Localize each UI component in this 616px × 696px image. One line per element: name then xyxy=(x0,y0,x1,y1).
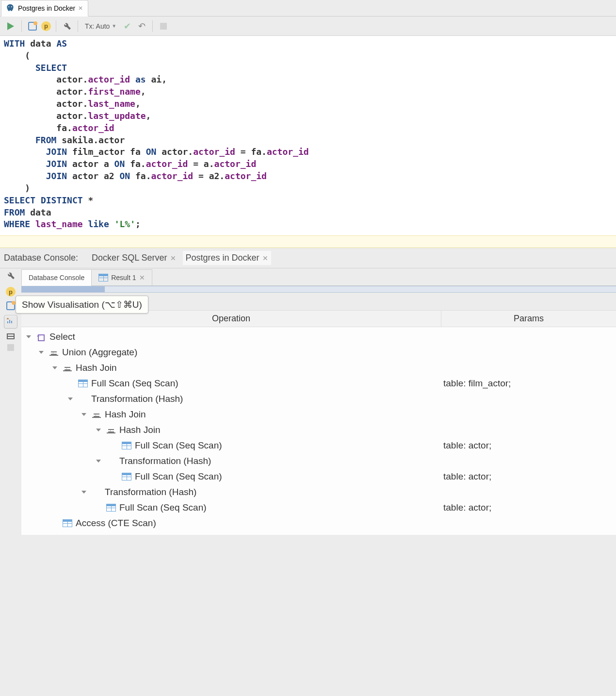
result-tabs: Database ConsoleResult 1✕ xyxy=(21,268,616,286)
close-icon[interactable]: ✕ xyxy=(170,254,176,262)
plan-row[interactable]: Full Scan (Seq Scan)table: actor; xyxy=(23,500,616,515)
table-icon xyxy=(63,519,72,527)
aggregate-op-icon xyxy=(92,411,101,418)
plan-operation-label: Transformation (Hash) xyxy=(91,394,183,404)
plan-operation-label: Transformation (Hash) xyxy=(105,487,196,497)
expand-toggle-icon[interactable] xyxy=(96,429,101,431)
console-header-label: Database Console: xyxy=(4,253,78,263)
plan-row[interactable]: Transformation (Hash) xyxy=(23,453,616,469)
history-button-small[interactable] xyxy=(6,301,15,310)
postgres-icon xyxy=(5,3,15,13)
close-icon[interactable]: ✕ xyxy=(262,254,268,262)
tool-settings-button[interactable] xyxy=(6,271,15,280)
result-tab-label: Result 1 xyxy=(111,274,136,282)
plan-row[interactable]: Hash Join xyxy=(23,407,616,422)
plan-operation-label: Union (Aggregate) xyxy=(62,347,137,358)
editor-tab-label: Postgres in Docker xyxy=(18,4,75,12)
plan-body: SelectUnion (Aggregate)Hash JoinFull Sca… xyxy=(21,327,616,535)
visualize-button[interactable] xyxy=(4,315,17,329)
plan-operation-label: Hash Join xyxy=(76,363,117,373)
console-session-label: Docker SQL Server xyxy=(92,253,167,263)
plan-row[interactable]: Union (Aggregate) xyxy=(23,345,616,360)
execution-plan: Operation Params SelectUnion (Aggregate)… xyxy=(21,310,616,535)
console-session-tab[interactable]: Postgres in Docker✕ xyxy=(183,251,271,265)
stop-button[interactable] xyxy=(158,20,169,32)
plan-operation-label: Select xyxy=(49,331,75,342)
expand-toggle-icon[interactable] xyxy=(81,413,86,416)
plan-row[interactable]: Hash Join xyxy=(23,422,616,438)
plan-header-params[interactable]: Params xyxy=(441,311,616,327)
plan-operation-label: Transformation (Hash) xyxy=(119,456,211,466)
aggregate-op-icon xyxy=(63,365,72,371)
stop-button-small[interactable] xyxy=(7,344,14,351)
plan-operation-label: Access (CTE Scan) xyxy=(76,518,156,529)
plan-row[interactable]: Full Scan (Seq Scan)table: actor; xyxy=(23,438,616,453)
expand-toggle-icon[interactable] xyxy=(52,366,57,369)
tooltip-text: Show Visualisation (⌥⇧⌘U) xyxy=(22,299,142,310)
session-badge[interactable]: p xyxy=(41,21,51,31)
grid-view-button[interactable] xyxy=(7,333,15,339)
select-op-icon xyxy=(37,333,46,340)
plan-row[interactable]: Full Scan (Seq Scan)table: film_actor; xyxy=(23,376,616,391)
expand-toggle-icon[interactable] xyxy=(39,351,44,354)
separator xyxy=(56,20,56,32)
plan-row[interactable]: Hash Join xyxy=(23,360,616,376)
table-icon xyxy=(106,504,116,512)
separator xyxy=(78,20,78,32)
table-icon xyxy=(78,380,88,387)
console-header: Database Console: Docker SQL Server✕Post… xyxy=(0,248,616,268)
aggregate-op-icon xyxy=(107,427,115,433)
progress-bar xyxy=(21,286,616,293)
sql-editor[interactable]: WITH data AS ( SELECT actor.actor_id as … xyxy=(0,36,616,235)
result-tab[interactable]: Database Console xyxy=(21,269,92,286)
plan-row[interactable]: Select xyxy=(23,329,616,345)
plan-operation-label: Full Scan (Seq Scan) xyxy=(91,378,178,389)
result-tab[interactable]: Result 1✕ xyxy=(91,269,152,286)
plan-params-label: table: actor; xyxy=(441,471,616,482)
table-icon xyxy=(122,442,131,449)
settings-button[interactable] xyxy=(61,20,73,32)
plan-row[interactable]: Transformation (Hash) xyxy=(23,484,616,500)
tool-window: p Database ConsoleResult 1✕ Operation Pa… xyxy=(0,268,616,535)
plan-row[interactable]: Full Scan (Seq Scan)table: actor; xyxy=(23,469,616,484)
separator xyxy=(21,20,22,32)
editor-tab-postgres[interactable]: Postgres in Docker ✕ xyxy=(1,0,88,17)
separator xyxy=(152,20,153,32)
commit-button[interactable]: ✔ xyxy=(121,20,133,32)
expand-toggle-icon[interactable] xyxy=(96,460,101,463)
session-badge-small[interactable]: p xyxy=(6,287,16,297)
plan-params-label: table: actor; xyxy=(441,502,616,513)
aggregate-op-icon xyxy=(49,349,58,356)
editor-tabbar: Postgres in Docker ✕ xyxy=(0,0,616,17)
close-icon[interactable]: ✕ xyxy=(139,274,145,282)
table-icon xyxy=(122,473,131,481)
plan-operation-label: Hash Join xyxy=(119,425,161,435)
console-session-label: Postgres in Docker xyxy=(186,253,259,263)
toolbar: p Tx: Auto ▼ ✔ ↶ xyxy=(0,17,616,36)
plan-params-label: table: film_actor; xyxy=(441,378,616,389)
tooltip: Show Visualisation (⌥⇧⌘U) xyxy=(16,296,148,314)
expand-toggle-icon[interactable] xyxy=(81,491,86,494)
plan-operation-label: Full Scan (Seq Scan) xyxy=(135,440,222,451)
run-button[interactable] xyxy=(5,20,16,32)
plan-row[interactable]: Access (CTE Scan) xyxy=(23,515,616,531)
chevron-down-icon: ▼ xyxy=(112,23,116,29)
rollback-button[interactable]: ↶ xyxy=(136,20,147,32)
plan-params-label: table: actor; xyxy=(441,440,616,451)
table-icon xyxy=(98,274,108,282)
console-session-tab[interactable]: Docker SQL Server✕ xyxy=(89,251,178,265)
history-button[interactable] xyxy=(27,20,38,32)
warning-banner xyxy=(0,235,616,248)
plan-operation-label: Full Scan (Seq Scan) xyxy=(119,502,207,513)
expand-toggle-icon[interactable] xyxy=(68,398,73,400)
tx-mode-dropdown[interactable]: Tx: Auto ▼ xyxy=(83,21,118,31)
close-icon[interactable]: ✕ xyxy=(78,5,83,12)
plan-row[interactable]: Transformation (Hash) xyxy=(23,391,616,407)
result-tab-label: Database Console xyxy=(29,274,84,282)
plan-operation-label: Hash Join xyxy=(105,409,146,420)
tx-mode-label: Tx: Auto xyxy=(85,22,110,30)
plan-operation-label: Full Scan (Seq Scan) xyxy=(135,471,222,482)
expand-toggle-icon[interactable] xyxy=(26,335,31,338)
